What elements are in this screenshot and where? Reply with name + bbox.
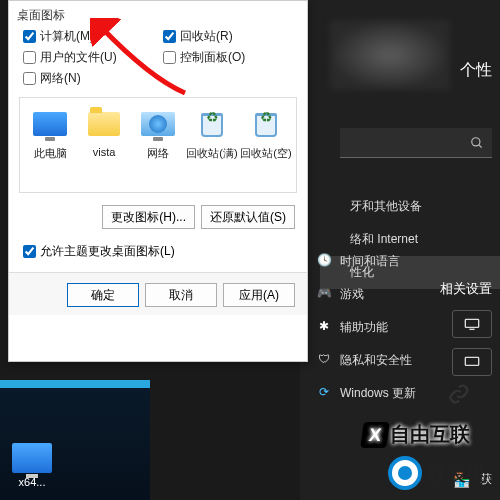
haozhuangji-logo-icon	[388, 456, 422, 490]
check-label: 用户的文件(U)	[40, 49, 117, 66]
check-computer[interactable]: 计算机(M)	[23, 28, 153, 45]
icon-preview-area: 此电脑 vista 网络 ♻回收站(满) ♻回收站(空)	[19, 97, 297, 193]
nav-item-privacy[interactable]: 🛡隐私和安全性	[310, 344, 500, 377]
allow-theme-label: 允许主题更改桌面图标(L)	[40, 243, 175, 260]
desktop-shortcut[interactable]: x64...	[12, 443, 52, 488]
checkbox-grid: 计算机(M) 回收站(R) 用户的文件(U) 控制面板(O) 网络(N)	[9, 28, 307, 93]
accessibility-icon: ✱	[316, 318, 332, 334]
monitor-icon	[12, 443, 52, 473]
icon-network[interactable]: 网络	[132, 106, 184, 184]
check-label: 网络(N)	[40, 70, 81, 87]
icon-label: vista	[93, 146, 116, 158]
check-network[interactable]: 网络(N)	[23, 70, 153, 87]
icon-label: 网络	[147, 147, 169, 159]
apply-button[interactable]: 应用(A)	[223, 283, 295, 307]
watermark-haozhuangji: 好装机	[388, 456, 486, 490]
icon-label: 此电脑	[34, 147, 67, 159]
icon-vista[interactable]: vista	[78, 106, 130, 184]
recycle-arrows-icon: ♻	[206, 109, 219, 125]
nav-item-time[interactable]: 🕓时间和语言	[310, 245, 500, 278]
icon-label: 回收站(满)	[186, 147, 237, 159]
icon-recycle-full[interactable]: ♻回收站(满)	[186, 106, 238, 184]
nav-label: 辅助功能	[340, 320, 388, 334]
settings-search[interactable]	[340, 128, 492, 158]
check-recycle-box[interactable]	[163, 30, 176, 43]
group-title: 桌面图标	[9, 1, 307, 28]
search-icon	[470, 136, 484, 150]
devices-icon	[326, 197, 342, 213]
allow-theme-checkbox[interactable]	[23, 245, 36, 258]
update-icon: ⟳	[316, 384, 332, 400]
nav-item-gaming[interactable]: 🎮游戏	[310, 278, 500, 311]
chain-link-icon	[448, 383, 470, 405]
nav-item-accessibility[interactable]: ✱辅助功能	[310, 311, 500, 344]
check-computer-box[interactable]	[23, 30, 36, 43]
watermark-ziyouhulian: X 自由互联	[362, 421, 470, 448]
allow-theme-row[interactable]: 允许主题更改桌面图标(L)	[9, 237, 307, 266]
nav-label: 游戏	[340, 287, 364, 301]
x-logo-icon: X	[360, 422, 390, 448]
theme-preview-image	[330, 20, 450, 90]
check-controlpanel[interactable]: 控制面板(O)	[163, 49, 293, 66]
icon-buttons-row: 更改图标(H)... 还原默认值(S)	[9, 197, 307, 237]
desktop-background: x64...	[0, 380, 150, 500]
nav-item-update[interactable]: ⟳Windows 更新	[310, 377, 500, 410]
nav-label: 牙和其他设备	[350, 199, 422, 213]
cancel-button[interactable]: 取消	[145, 283, 217, 307]
nav-label: Windows 更新	[340, 386, 416, 400]
svg-point-0	[472, 137, 480, 145]
settings-heading: 个性	[460, 60, 492, 81]
clock-icon: 🕓	[316, 252, 332, 268]
icon-label: 回收站(空)	[240, 147, 291, 159]
watermark-text: 好装机	[426, 460, 486, 487]
check-userfiles-box[interactable]	[23, 51, 36, 64]
nav-label: 络和 Internet	[350, 232, 418, 246]
nav-item-devices[interactable]: 牙和其他设备	[320, 190, 500, 223]
check-network-box[interactable]	[23, 72, 36, 85]
recycle-arrows-icon: ♻	[260, 109, 273, 125]
icon-recycle-empty[interactable]: ♻回收站(空)	[240, 106, 292, 184]
check-label: 计算机(M)	[40, 28, 94, 45]
desktop-icon-settings-dialog: 桌面图标 计算机(M) 回收站(R) 用户的文件(U) 控制面板(O) 网络(N…	[8, 0, 308, 362]
gamepad-icon: 🎮	[316, 285, 332, 301]
restore-defaults-button[interactable]: 还原默认值(S)	[201, 205, 295, 229]
check-label: 回收站(R)	[180, 28, 233, 45]
svg-line-1	[479, 144, 482, 147]
check-userfiles[interactable]: 用户的文件(U)	[23, 49, 153, 66]
nav-label: 隐私和安全性	[340, 353, 412, 367]
nav-label: 时间和语言	[340, 254, 400, 268]
check-controlpanel-box[interactable]	[163, 51, 176, 64]
change-icon-button[interactable]: 更改图标(H)...	[102, 205, 195, 229]
network-icon	[326, 230, 342, 246]
watermark-text: 自由互联	[390, 421, 470, 448]
check-recycle[interactable]: 回收站(R)	[163, 28, 293, 45]
shield-icon: 🛡	[316, 351, 332, 367]
ok-button[interactable]: 确定	[67, 283, 139, 307]
check-label: 控制面板(O)	[180, 49, 245, 66]
icon-this-pc[interactable]: 此电脑	[24, 106, 76, 184]
dialog-buttons: 确定 取消 应用(A)	[9, 272, 307, 315]
